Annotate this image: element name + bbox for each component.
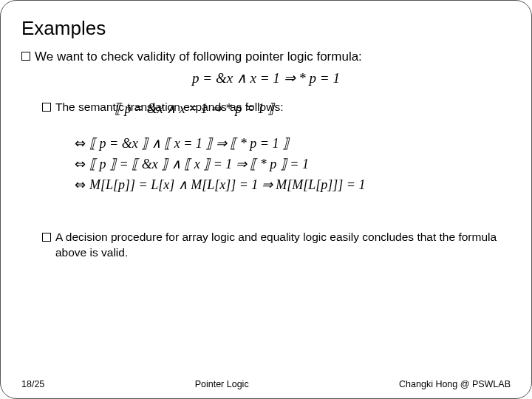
deriv-line2: ⟦ p = &x ⟧ ∧ ⟦ x = 1 ⟧ ⇒ ⟦ * p = 1 ⟧ [89, 136, 289, 151]
square-bullet-icon [42, 233, 51, 242]
bullet3-text: A decision procedure for array logic and… [55, 230, 511, 261]
bullet-level1-1: We want to check validity of following p… [21, 49, 511, 66]
slide-title: Examples [21, 17, 511, 40]
square-bullet-icon [21, 52, 30, 61]
slide-footer: 18/25 Pointer Logic Changki Hong @ PSWLA… [21, 373, 511, 389]
bullet-level2-1-wrap: The semantic translation expands as foll… [42, 100, 511, 115]
deriv-line3: ⟦ p ⟧ = ⟦ &x ⟧ ∧ ⟦ x ⟧ = 1 ⇒ ⟦ * p ⟧ = 1 [89, 157, 309, 171]
formula-main-text: p = &x ∧ x = 1 ⇒ * p = 1 [192, 70, 340, 86]
deriv-row-2: ⇔⟦ p = &x ⟧ ∧ ⟦ x = 1 ⟧ ⇒ ⟦ * p = 1 ⟧ [70, 134, 511, 154]
iff-icon: ⇔ [70, 134, 89, 154]
bullet-level2-2: A decision procedure for array logic and… [42, 230, 511, 261]
deriv-row-3: ⇔⟦ p ⟧ = ⟦ &x ⟧ ∧ ⟦ x ⟧ = 1 ⇒ ⟦ * p ⟧ = … [70, 154, 511, 175]
deriv-line4: M[L[p]] = L[x] ∧ M[L[x]] = 1 ⇒ M[M[L[p]]… [89, 177, 366, 192]
slide-frame: Examples We want to check validity of fo… [0, 0, 532, 399]
derivation-block: x ⇔⟦ p = &x ⟧ ∧ ⟦ x = 1 ⟧ ⇒ ⟦ * p = 1 ⟧ … [70, 114, 511, 197]
slide-body: We want to check validity of following p… [21, 44, 511, 373]
square-bullet-icon [42, 103, 51, 112]
footer-title: Pointer Logic [44, 379, 399, 389]
bullet-level2-1: The semantic translation expands as foll… [42, 100, 511, 115]
deriv-row-4: ⇔M[L[p]] = L[x] ∧ M[L[x]] = 1 ⇒ M[M[L[p]… [70, 175, 511, 196]
bullet1-text: We want to check validity of following p… [35, 49, 362, 66]
bullet2-text: The semantic translation expands as foll… [55, 100, 283, 115]
footer-author: Changki Hong @ PSWLAB [399, 379, 511, 389]
main-formula: p = &x ∧ x = 1 ⇒ * p = 1 [21, 69, 511, 88]
iff-icon: ⇔ [70, 175, 89, 196]
iff-icon: ⇔ [70, 154, 89, 175]
page-number: 18/25 [21, 379, 44, 389]
